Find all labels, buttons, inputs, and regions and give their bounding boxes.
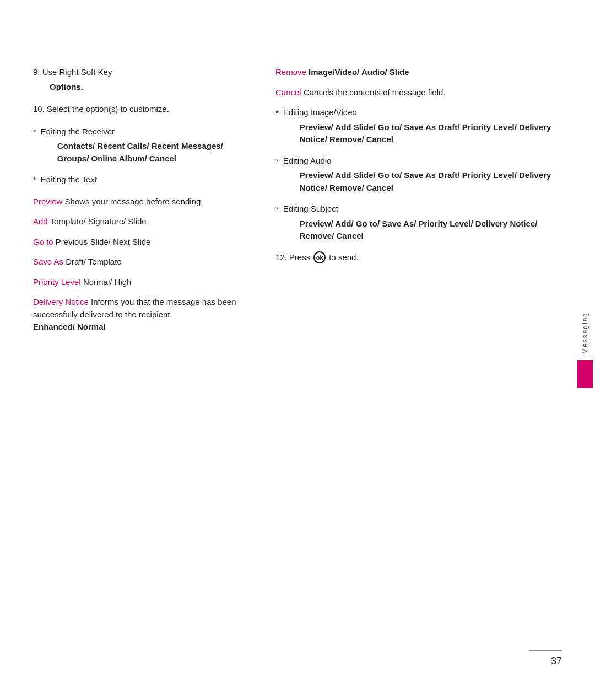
bullet-subject-bold: Preview/ Add/ Go to/ Save As/ Priority L…: [300, 219, 538, 241]
item-10-number: 10.: [33, 104, 45, 114]
bullet-audio-label: Editing Audio: [283, 156, 332, 165]
bullet-receiver-bold: Contacts/ Recent Calls/ Recent Messages/…: [57, 141, 223, 163]
bullet-text-label: Editing the Text: [41, 175, 97, 184]
item-9-text: Use Right Soft Key: [42, 67, 112, 77]
priority-label: Priority Level: [33, 277, 81, 287]
item-9-number: 9.: [33, 67, 40, 77]
remove-text: Image/Video/ Audio/ Slide: [309, 67, 409, 77]
bullet-star-receiver: *: [33, 126, 36, 139]
bullet-star-image: *: [275, 107, 279, 120]
bullet-subject-content: Editing Subject Preview/ Add/ Go to/ Sav…: [283, 203, 562, 243]
item-10-text: Select the option(s) to customize.: [47, 104, 169, 114]
bullet-receiver-label: Editing the Receiver: [41, 127, 115, 136]
delivery-section: Delivery Notice Informs you that the mes…: [33, 296, 248, 333]
item-12-text-before: Press: [289, 251, 310, 264]
bullet-receiver: * Editing the Receiver Contacts/ Recent …: [33, 126, 248, 165]
bullet-text-content: Editing the Text: [41, 174, 248, 186]
sidebar-bar: [577, 360, 593, 388]
cancel-text: Cancels the contents of message field.: [304, 88, 446, 97]
goto-label: Go to: [33, 237, 53, 246]
list-item-10: 10. Select the option(s) to customize.: [33, 103, 248, 116]
preview-text: Shows your message before sending.: [65, 197, 203, 206]
right-column: Remove Image/Video/ Audio/ Slide Cancel …: [270, 66, 562, 656]
bullet-image-content: Editing Image/Video Preview/ Add Slide/ …: [283, 106, 562, 146]
ok-button-icon: ok: [313, 251, 326, 263]
bullet-subject: * Editing Subject Preview/ Add/ Go to/ S…: [275, 203, 562, 243]
list-item-12: 12. Press ok to send.: [275, 251, 562, 264]
add-text: Template/ Signature/ Slide: [50, 217, 147, 226]
page-divider: [529, 650, 562, 651]
item-12-text-after: to send.: [329, 251, 358, 264]
cancel-label: Cancel: [275, 88, 301, 97]
right-sidebar: Messaging: [575, 0, 595, 700]
goto-section: Go to Previous Slide/ Next Slide: [33, 236, 248, 249]
item-9-bold: Options.: [50, 82, 83, 91]
bullet-image-bold: Preview/ Add Slide/ Go to/ Save As Draft…: [300, 122, 551, 144]
bullet-audio: * Editing Audio Preview/ Add Slide/ Go t…: [275, 155, 562, 195]
delivery-bold: Enhanced/ Normal: [33, 322, 106, 331]
add-section: Add Template/ Signature/ Slide: [33, 216, 248, 228]
page-number-area: 37: [529, 650, 562, 667]
list-item-9: 9. Use Right Soft Key Options.: [33, 66, 248, 93]
delivery-label: Delivery Notice: [33, 297, 89, 306]
goto-text: Previous Slide/ Next Slide: [56, 237, 151, 246]
page-number: 37: [551, 655, 562, 667]
sidebar-label: Messaging: [581, 312, 589, 354]
delivery-bold-text: Enhanced/ Normal: [33, 321, 248, 333]
preview-section: Preview Shows your message before sendin…: [33, 196, 248, 208]
priority-text: Normal/ High: [83, 277, 132, 287]
bullet-image: * Editing Image/Video Preview/ Add Slide…: [275, 106, 562, 146]
bullet-subject-label: Editing Subject: [283, 204, 338, 213]
add-label: Add: [33, 217, 48, 226]
cancel-section: Cancel Cancels the contents of message f…: [275, 87, 562, 99]
bullet-star-text: *: [33, 174, 36, 187]
bullet-image-label: Editing Image/Video: [283, 107, 357, 117]
priority-section: Priority Level Normal/ High: [33, 276, 248, 289]
remove-section: Remove Image/Video/ Audio/ Slide: [275, 66, 562, 79]
preview-label: Preview: [33, 197, 62, 206]
page-container: 9. Use Right Soft Key Options. 10. Selec…: [0, 0, 595, 700]
bullet-text: * Editing the Text: [33, 174, 248, 187]
remove-label: Remove: [275, 67, 306, 77]
saveas-label: Save As: [33, 257, 63, 266]
bullet-star-audio: *: [275, 155, 279, 168]
saveas-section: Save As Draft/ Template: [33, 256, 248, 268]
bullet-star-subject: *: [275, 203, 279, 216]
saveas-text: Draft/ Template: [66, 257, 121, 266]
left-column: 9. Use Right Soft Key Options. 10. Selec…: [33, 66, 270, 656]
item-12-number: 12.: [275, 251, 287, 264]
bullet-audio-bold: Preview/ Add Slide/ Go to/ Save As Draft…: [300, 170, 551, 192]
bullet-receiver-content: Editing the Receiver Contacts/ Recent Ca…: [41, 126, 248, 165]
bullet-audio-content: Editing Audio Preview/ Add Slide/ Go to/…: [283, 155, 562, 195]
